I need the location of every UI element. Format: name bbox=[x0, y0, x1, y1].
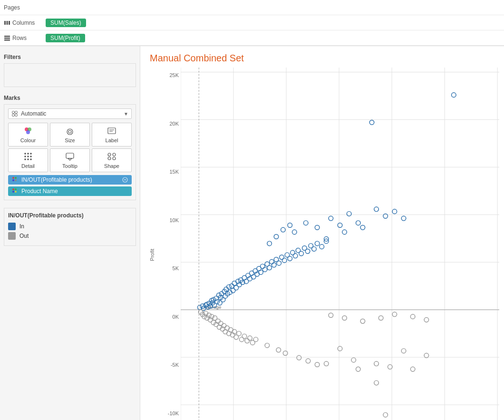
legend-title: IN/OUT(Profitable products) bbox=[8, 212, 132, 219]
tooltip-button[interactable]: Tooltip bbox=[50, 148, 90, 172]
shape-icon bbox=[107, 152, 116, 162]
rows-row: Rows SUM(Profit) bbox=[0, 30, 504, 46]
svg-point-146 bbox=[401, 216, 406, 221]
svg-point-188 bbox=[378, 316, 383, 321]
legend-color-out bbox=[8, 232, 16, 240]
svg-rect-4 bbox=[4, 38, 10, 39]
pages-label: Pages bbox=[4, 4, 42, 11]
svg-point-7 bbox=[15, 111, 18, 114]
svg-point-36 bbox=[15, 179, 17, 181]
svg-point-76 bbox=[215, 299, 220, 304]
shape-label: Shape bbox=[104, 163, 119, 169]
top-bar: Pages Columns SUM(Sales) Rows SUM(Profit… bbox=[0, 0, 504, 46]
svg-point-178 bbox=[253, 337, 258, 342]
svg-point-190 bbox=[410, 314, 415, 319]
svg-point-24 bbox=[24, 158, 26, 160]
svg-point-18 bbox=[24, 153, 26, 155]
columns-row: Columns SUM(Sales) bbox=[0, 15, 504, 30]
svg-point-133 bbox=[303, 221, 308, 225]
svg-point-111 bbox=[271, 263, 276, 267]
rows-pill[interactable]: SUM(Profit) bbox=[46, 34, 85, 42]
rows-label: Rows bbox=[4, 35, 42, 41]
chevron-down-icon: ▼ bbox=[124, 111, 128, 117]
filters-title: Filters bbox=[4, 54, 136, 60]
plot-container: Average Average bbox=[181, 68, 499, 420]
columns-pill[interactable]: SUM(Sales) bbox=[46, 19, 86, 27]
svg-point-180 bbox=[276, 348, 281, 352]
y-axis-title: Profit bbox=[149, 249, 155, 261]
svg-point-140 bbox=[374, 207, 379, 212]
svg-point-138 bbox=[356, 221, 361, 225]
svg-point-19 bbox=[27, 153, 29, 155]
svg-point-8 bbox=[12, 114, 15, 117]
marks-type-dropdown[interactable]: Automatic ▼ bbox=[8, 108, 132, 119]
sidebar: Filters Marks Automatic ▼ Colour bbox=[0, 46, 140, 420]
svg-rect-3 bbox=[4, 36, 10, 37]
y-tick-10k: 10K bbox=[169, 217, 179, 223]
svg-point-30 bbox=[113, 157, 116, 160]
label-label: Label bbox=[106, 137, 118, 143]
y-axis-labels: 25K 20K 15K 10K 5K 0K -5K -10K bbox=[159, 68, 181, 420]
tooltip-label: Tooltip bbox=[62, 163, 78, 169]
size-button[interactable]: Size bbox=[50, 123, 90, 147]
svg-point-41 bbox=[12, 191, 14, 193]
svg-point-192 bbox=[401, 349, 406, 353]
svg-point-42 bbox=[15, 191, 17, 193]
svg-point-191 bbox=[424, 318, 429, 322]
svg-point-117 bbox=[288, 256, 292, 261]
size-icon bbox=[65, 126, 75, 137]
in-out-pill-label: IN/OUT(Profitable products) bbox=[21, 176, 92, 183]
shape-button[interactable]: Shape bbox=[92, 148, 132, 172]
scatter-plot: Average Average bbox=[181, 68, 499, 420]
svg-point-197 bbox=[388, 365, 393, 370]
svg-point-198 bbox=[324, 361, 329, 366]
svg-point-131 bbox=[288, 223, 292, 228]
svg-point-181 bbox=[283, 351, 288, 356]
svg-point-127 bbox=[320, 244, 324, 249]
svg-point-137 bbox=[347, 212, 351, 216]
svg-rect-2 bbox=[9, 21, 10, 25]
svg-point-105 bbox=[259, 270, 263, 275]
svg-point-182 bbox=[297, 355, 301, 360]
svg-point-139 bbox=[267, 241, 272, 246]
svg-point-9 bbox=[15, 114, 18, 117]
svg-point-119 bbox=[293, 254, 298, 258]
svg-point-32 bbox=[113, 153, 116, 156]
svg-point-193 bbox=[338, 346, 342, 351]
main-area: Filters Marks Automatic ▼ Colour bbox=[0, 46, 504, 420]
svg-point-194 bbox=[351, 358, 356, 362]
svg-point-29 bbox=[108, 157, 111, 160]
filters-inner bbox=[8, 68, 132, 82]
label-button[interactable]: Label bbox=[92, 123, 132, 147]
svg-point-145 bbox=[392, 209, 397, 214]
detail-icon bbox=[23, 152, 33, 162]
svg-point-39 bbox=[12, 188, 14, 190]
svg-point-195 bbox=[356, 367, 361, 371]
size-label: Size bbox=[65, 137, 75, 143]
svg-point-129 bbox=[274, 234, 279, 239]
colour-button[interactable]: Colour bbox=[8, 123, 48, 147]
svg-point-196 bbox=[374, 361, 379, 366]
svg-point-174 bbox=[242, 334, 247, 339]
chart-area: Manual Combined Set Profit 25K 20K 15K 1… bbox=[140, 46, 504, 420]
marks-buttons-grid: Colour Size Label bbox=[8, 123, 132, 172]
y-tick-neg10k: -10K bbox=[168, 410, 179, 416]
svg-rect-5 bbox=[4, 39, 10, 41]
svg-point-183 bbox=[306, 359, 310, 363]
svg-point-35 bbox=[12, 179, 14, 181]
svg-point-125 bbox=[312, 247, 317, 252]
legend-label-in: In bbox=[19, 223, 24, 230]
svg-point-184 bbox=[315, 362, 320, 367]
y-tick-0k: 0K bbox=[173, 314, 179, 320]
y-tick-neg5k: -5K bbox=[171, 362, 179, 368]
detail-button[interactable]: Detail bbox=[8, 148, 48, 172]
svg-rect-27 bbox=[66, 153, 74, 158]
in-out-pill[interactable]: IN/OUT(Profitable products) bbox=[8, 175, 132, 185]
colour-label: Colour bbox=[20, 137, 36, 143]
svg-point-175 bbox=[245, 339, 250, 343]
svg-point-12 bbox=[26, 130, 30, 134]
product-name-pill[interactable]: Product Name bbox=[8, 186, 132, 196]
svg-point-130 bbox=[281, 227, 286, 232]
svg-point-109 bbox=[267, 265, 272, 270]
marks-section: Automatic ▼ Colour Size bbox=[4, 104, 136, 200]
